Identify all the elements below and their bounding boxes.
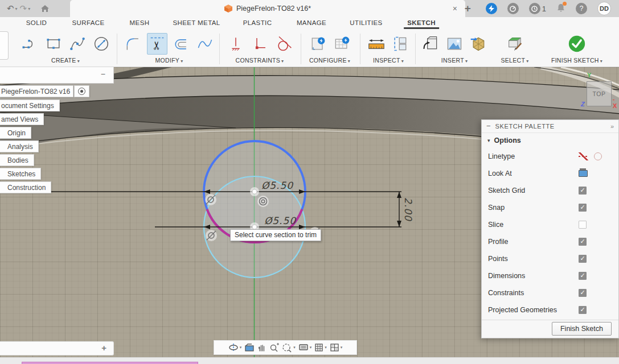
modify-offset-icon[interactable] — [171, 33, 191, 55]
construction-linetype-icon[interactable] — [579, 152, 588, 160]
profile-checkbox[interactable] — [579, 238, 587, 246]
select-menu[interactable]: SELECT▾ — [494, 57, 535, 64]
browser-header-bar[interactable]: − — [0, 67, 114, 84]
dimension-vertical-offset[interactable]: 2.00 — [397, 192, 414, 227]
dimension-bottom-diameter[interactable]: Ø5.50 — [155, 215, 401, 229]
active-jobs-indicator[interactable]: 1 — [529, 3, 546, 14]
browser-item-origin[interactable]: Origin — [0, 127, 31, 139]
tab-sketch[interactable]: SKETCH — [407, 19, 436, 26]
viewcube-face-label[interactable]: TOP — [593, 90, 606, 97]
extensions-icon[interactable] — [486, 3, 497, 14]
job-status-icon[interactable] — [507, 3, 519, 14]
caret-down-icon[interactable]: ▾ — [325, 345, 327, 350]
undo-history-caret-icon[interactable]: ▾ — [15, 6, 18, 11]
modify-menu[interactable]: MODIFY▾ — [121, 57, 218, 64]
tab-surface[interactable]: SURFACE — [72, 19, 104, 26]
browser-item-ocument-settings[interactable]: ocument Settings — [0, 100, 60, 111]
configure-table-icon[interactable] — [331, 33, 352, 55]
tab-utilities[interactable]: UTILITIES — [350, 19, 382, 26]
palette-expand-icon[interactable]: » — [610, 123, 614, 130]
caret-down-icon[interactable]: ▾ — [341, 345, 343, 350]
redo-icon[interactable]: ↷ — [20, 3, 27, 14]
browser-item-analysis[interactable]: Analysis — [0, 140, 39, 152]
document-tab[interactable]: PiegeFrelon-TO82 v16* × — [70, 0, 465, 17]
sketch-palette-header[interactable]: − SKETCH PALETTE » — [482, 120, 618, 133]
help-icon[interactable]: ? — [576, 3, 587, 14]
tab-sheet-metal[interactable]: SHEET METAL — [173, 19, 220, 26]
close-document-icon[interactable]: × — [453, 4, 457, 13]
timeline-bar[interactable]: + — [0, 341, 114, 355]
modify-break-icon[interactable] — [195, 33, 215, 55]
palette-collapse-icon[interactable]: − — [486, 122, 491, 130]
timeline-add-icon[interactable]: + — [101, 343, 106, 353]
look-at-icon[interactable] — [244, 343, 255, 352]
modify-trim-icon-active[interactable]: ✂ — [147, 33, 167, 55]
inspect-menu[interactable]: INSPECT▾ — [363, 57, 414, 64]
center-point-top[interactable] — [252, 189, 257, 194]
projected-linetype-icon[interactable] — [594, 152, 602, 160]
sketch-grid-checkbox[interactable] — [579, 187, 587, 195]
zoom-icon[interactable] — [269, 343, 279, 353]
caret-down-icon[interactable]: ▾ — [240, 345, 242, 350]
inspect-section-analysis-icon[interactable] — [390, 33, 411, 55]
grid-settings-icon[interactable]: ▾ — [314, 343, 327, 352]
create-spline-icon[interactable] — [67, 33, 88, 55]
tab-manage[interactable]: MANAGE — [297, 19, 326, 26]
snap-checkbox[interactable] — [579, 204, 587, 212]
insert-derive-icon[interactable] — [420, 33, 441, 55]
constraint-coincident-icon[interactable] — [249, 33, 270, 55]
select-tool-icon[interactable] — [505, 33, 525, 55]
finish-sketch-menu[interactable]: FINISH SKETCH▾ — [540, 57, 614, 64]
insert-image-icon[interactable] — [444, 33, 465, 55]
constraint-vertical-icon[interactable] — [226, 33, 246, 55]
display-settings-icon[interactable]: ▾ — [298, 343, 312, 352]
viewports-icon[interactable]: ▾ — [330, 343, 343, 352]
tangent-constraint-icon[interactable] — [205, 194, 216, 205]
browser-item-amed-views[interactable]: amed Views — [0, 113, 44, 125]
home-view-icon[interactable] — [40, 5, 50, 13]
orbit-icon[interactable]: ▾ — [228, 343, 242, 352]
tangent-constraint-icon[interactable] — [206, 230, 217, 241]
browser-item-construction[interactable]: Construction — [0, 181, 51, 193]
slice-checkbox[interactable] — [579, 221, 587, 229]
active-component-radio-icon[interactable] — [74, 85, 89, 97]
configure-feature-icon[interactable] — [308, 33, 328, 55]
create-rectangle-icon[interactable] — [43, 33, 64, 55]
fit-icon[interactable]: ▾ — [282, 343, 296, 353]
caret-down-icon[interactable]: ▾ — [293, 345, 296, 350]
constraints-checkbox[interactable] — [579, 289, 587, 297]
viewcube[interactable]: TOP — [587, 81, 612, 106]
constraints-menu[interactable]: CONSTRAINTS▾ — [222, 57, 297, 64]
finish-sketch-button[interactable]: Finish Sketch — [552, 322, 612, 336]
create-line-icon[interactable] — [19, 33, 40, 55]
tab-solid[interactable]: SOLID — [26, 19, 47, 26]
browser-item-sketches[interactable]: Sketches — [0, 168, 41, 180]
browser-item-piegefrelon-to82-v16[interactable]: PiegeFrelon-TO82 v16 — [0, 85, 73, 97]
points-checkbox[interactable] — [579, 255, 587, 263]
browser-item-bodies[interactable]: Bodies — [0, 154, 34, 166]
configure-menu[interactable]: CONFIGURE▾ — [304, 57, 355, 64]
modify-fillet-icon[interactable] — [123, 33, 144, 55]
concentric-constraint-icon[interactable] — [257, 196, 269, 207]
create-circle-icon[interactable] — [91, 33, 112, 55]
constraint-tangent-icon[interactable] — [273, 33, 294, 55]
browser-minimize-icon[interactable]: − — [101, 69, 105, 78]
center-point-bottom[interactable] — [252, 225, 257, 229]
inspect-measure-icon[interactable] — [366, 33, 387, 55]
insert-menu[interactable]: INSERT▾ — [417, 57, 491, 64]
palette-options-section[interactable]: ▾ Options — [482, 133, 618, 148]
redo-history-caret-icon[interactable]: ▾ — [28, 6, 30, 11]
dimensions-checkbox[interactable] — [579, 272, 587, 280]
undo-icon[interactable]: ↶ — [7, 3, 14, 14]
projected-geometries-checkbox[interactable] — [579, 306, 587, 314]
notifications-bell-icon[interactable] — [556, 3, 565, 15]
tab-plastic[interactable]: PLASTIC — [243, 19, 272, 26]
tab-mesh[interactable]: MESH — [130, 19, 150, 26]
avatar[interactable]: DD — [597, 2, 611, 15]
pan-icon[interactable] — [257, 343, 267, 352]
create-menu[interactable]: CREATE▾ — [14, 57, 117, 64]
caret-down-icon[interactable]: ▾ — [310, 345, 312, 350]
insert-mesh-icon[interactable] — [468, 33, 489, 55]
look-at-view-icon[interactable] — [579, 170, 588, 177]
finish-sketch-check-icon[interactable] — [567, 33, 587, 55]
